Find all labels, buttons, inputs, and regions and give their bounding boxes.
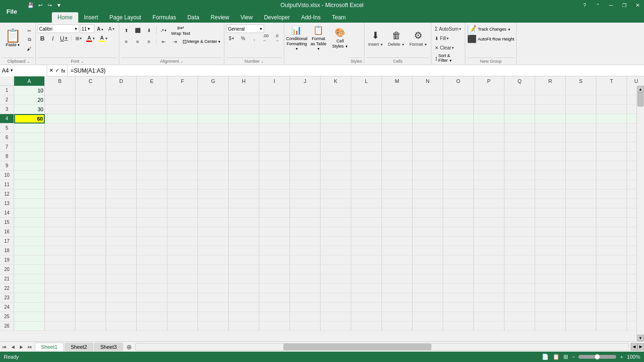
- cell-s12[interactable]: [566, 189, 596, 199]
- cell-q6[interactable]: [504, 133, 535, 142]
- cell-k5[interactable]: [321, 123, 351, 133]
- cell-t21[interactable]: [596, 274, 627, 284]
- cell-p14[interactable]: [474, 208, 504, 218]
- cell-i10[interactable]: [259, 171, 290, 180]
- col-header-e[interactable]: E: [137, 76, 167, 86]
- cell-h20[interactable]: [229, 265, 259, 274]
- tab-home[interactable]: Home: [52, 12, 78, 23]
- cell-j23[interactable]: [290, 293, 321, 303]
- cell-g17[interactable]: [198, 237, 229, 246]
- cell-m3[interactable]: [382, 105, 413, 114]
- cell-n11[interactable]: [413, 180, 443, 189]
- copy-button[interactable]: ⧉: [24, 35, 34, 44]
- cell-i13[interactable]: [259, 199, 290, 208]
- cell-g1[interactable]: [198, 86, 229, 95]
- cell-b4[interactable]: [45, 114, 75, 123]
- cell-t9[interactable]: [596, 161, 627, 171]
- cell-d14[interactable]: [106, 208, 137, 218]
- cell-d4[interactable]: [106, 114, 137, 123]
- cell-s17[interactable]: [566, 237, 596, 246]
- cell-m8[interactable]: [382, 152, 413, 161]
- cell-p26[interactable]: [474, 321, 504, 331]
- cell-o5[interactable]: [443, 123, 474, 133]
- cell-g11[interactable]: [198, 180, 229, 189]
- cell-q10[interactable]: [504, 171, 535, 180]
- cell-k21[interactable]: [321, 274, 351, 284]
- cell-d8[interactable]: [106, 152, 137, 161]
- decrease-font-button[interactable]: A▼: [107, 25, 117, 33]
- cell-e25[interactable]: [137, 312, 167, 321]
- sheet-tab-sheet1[interactable]: Sheet1: [35, 343, 64, 351]
- cell-h19[interactable]: [229, 255, 259, 265]
- cell-i17[interactable]: [259, 237, 290, 246]
- cell-j26[interactable]: [290, 321, 321, 331]
- cell-b13[interactable]: [45, 199, 75, 208]
- undo-qat-button[interactable]: ↩: [36, 1, 44, 9]
- cell-r25[interactable]: [535, 312, 566, 321]
- cell-g13[interactable]: [198, 199, 229, 208]
- cell-p9[interactable]: [474, 161, 504, 171]
- cell-d7[interactable]: [106, 142, 137, 152]
- cell-c12[interactable]: [75, 189, 106, 199]
- cell-u7[interactable]: [627, 142, 636, 152]
- cell-r19[interactable]: [535, 255, 566, 265]
- cell-k9[interactable]: [321, 161, 351, 171]
- row-number-17[interactable]: 17: [0, 237, 14, 246]
- cell-j25[interactable]: [290, 312, 321, 321]
- cell-p6[interactable]: [474, 133, 504, 142]
- sheet-tab-sheet3[interactable]: Sheet3: [94, 343, 123, 351]
- cell-o9[interactable]: [443, 161, 474, 171]
- col-header-m[interactable]: M: [382, 76, 413, 86]
- cell-n19[interactable]: [413, 255, 443, 265]
- cell-c5[interactable]: [75, 123, 106, 133]
- cell-e1[interactable]: [137, 86, 167, 95]
- cell-f3[interactable]: [167, 105, 198, 114]
- cell-u13[interactable]: [627, 199, 636, 208]
- cell-l13[interactable]: [351, 199, 382, 208]
- cell-a22[interactable]: [14, 284, 45, 293]
- row-number-6[interactable]: 6: [0, 133, 14, 142]
- cell-d20[interactable]: [106, 265, 137, 274]
- h-scroll-left-button[interactable]: ◀: [631, 343, 637, 351]
- cell-i3[interactable]: [259, 105, 290, 114]
- cell-p12[interactable]: [474, 189, 504, 199]
- cell-r3[interactable]: [535, 105, 566, 114]
- cell-o23[interactable]: [443, 293, 474, 303]
- cell-k19[interactable]: [321, 255, 351, 265]
- cell-o2[interactable]: [443, 95, 474, 105]
- percent-button[interactable]: %: [238, 34, 248, 42]
- cell-m6[interactable]: [382, 133, 413, 142]
- cell-m11[interactable]: [382, 180, 413, 189]
- cell-g23[interactable]: [198, 293, 229, 303]
- cell-e9[interactable]: [137, 161, 167, 171]
- insert-function-icon[interactable]: fx: [61, 68, 66, 74]
- cell-h9[interactable]: [229, 161, 259, 171]
- cell-e5[interactable]: [137, 123, 167, 133]
- cell-j5[interactable]: [290, 123, 321, 133]
- cell-n6[interactable]: [413, 133, 443, 142]
- cell-u22[interactable]: [627, 284, 636, 293]
- cell-n18[interactable]: [413, 246, 443, 255]
- cell-b26[interactable]: [45, 321, 75, 331]
- cell-e15[interactable]: [137, 218, 167, 227]
- cell-u17[interactable]: [627, 237, 636, 246]
- cell-f21[interactable]: [167, 274, 198, 284]
- cell-d17[interactable]: [106, 237, 137, 246]
- cell-r21[interactable]: [535, 274, 566, 284]
- row-number-2[interactable]: 2: [0, 95, 14, 105]
- cell-l9[interactable]: [351, 161, 382, 171]
- cell-e8[interactable]: [137, 152, 167, 161]
- cell-m13[interactable]: [382, 199, 413, 208]
- cell-f6[interactable]: [167, 133, 198, 142]
- cell-q12[interactable]: [504, 189, 535, 199]
- cell-b11[interactable]: [45, 180, 75, 189]
- cell-t2[interactable]: [596, 95, 627, 105]
- h-scroll-right-button[interactable]: ▶: [637, 343, 644, 351]
- wrap-text-button[interactable]: ≡↵ Wrap Text: [170, 25, 191, 36]
- cell-t8[interactable]: [596, 152, 627, 161]
- cell-d16[interactable]: [106, 227, 137, 237]
- cell-o26[interactable]: [443, 321, 474, 331]
- col-header-g[interactable]: G: [198, 76, 229, 86]
- cell-u2[interactable]: [627, 95, 636, 105]
- cell-t25[interactable]: [596, 312, 627, 321]
